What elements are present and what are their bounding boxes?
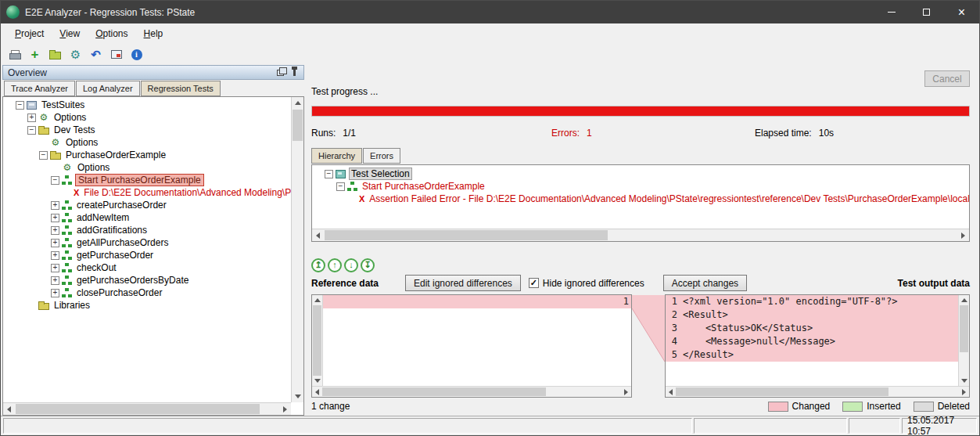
tab-errors[interactable]: Errors [363, 148, 400, 164]
tree-expander-icon[interactable] [51, 251, 59, 260]
scroll-thumb[interactable] [322, 387, 546, 396]
undo-button[interactable] [87, 45, 105, 63]
scroll-down-arrow[interactable] [959, 376, 969, 386]
scroll-up-arrow[interactable] [312, 295, 322, 305]
tree-expander-icon[interactable] [51, 289, 59, 297]
tree-item[interactable]: addGratifications [3, 224, 303, 236]
scroll-left-arrow[interactable] [312, 229, 324, 241]
errors-stat: Errors:1 [551, 128, 755, 139]
add-button[interactable] [26, 45, 44, 63]
scroll-left-arrow[interactable] [3, 403, 15, 415]
overview-panel: Overview Trace Analyzer Log Analyzer Reg… [2, 65, 304, 416]
tree-item[interactable]: addNewItem [3, 211, 303, 224]
horizontal-scrollbar[interactable] [312, 386, 631, 397]
tree-item[interactable]: checkOut [3, 261, 303, 274]
open-button[interactable] [46, 45, 64, 63]
horizontal-scrollbar[interactable] [3, 402, 291, 415]
horizontal-splitter[interactable] [308, 243, 978, 254]
tree-item[interactable]: getPurchaseOrder [3, 249, 303, 261]
vertical-scrollbar[interactable] [312, 295, 323, 386]
app-logo-icon[interactable] [6, 5, 20, 19]
last-difference-button[interactable] [361, 258, 375, 272]
tree-expander-icon[interactable] [16, 101, 24, 110]
tree-expander-icon[interactable] [27, 126, 36, 135]
scroll-thumb[interactable] [16, 404, 260, 414]
menu-view[interactable]: View [52, 25, 88, 42]
tree-item[interactable]: Test Selection [312, 168, 969, 180]
tab-log-analyzer[interactable]: Log Analyzer [76, 81, 140, 96]
tree-item[interactable]: Options [3, 136, 303, 149]
tree-item[interactable]: Libraries [3, 299, 303, 312]
menu-project[interactable]: Project [7, 25, 52, 42]
tree-item[interactable]: createPurchaseOrder [3, 199, 303, 211]
accept-changes-button[interactable]: Accept changes [663, 275, 747, 291]
scroll-thumb[interactable] [676, 387, 888, 396]
menu-options[interactable]: Options [88, 25, 135, 42]
tree-expander-icon[interactable] [325, 170, 333, 178]
title-bar[interactable]: E2E Analyzer - Regression Tests: PState … [1, 1, 979, 23]
scroll-thumb[interactable] [960, 305, 968, 352]
tree-expander-icon[interactable] [336, 182, 345, 191]
test-suite-tree: TestSuites Options Dev Tests [2, 96, 304, 416]
tree-item[interactable]: Start PurchaseOrderExample [3, 174, 303, 186]
cancel-button[interactable]: Cancel [924, 70, 970, 87]
tree-expander-icon[interactable] [51, 214, 59, 222]
scroll-right-arrow[interactable] [279, 403, 291, 415]
scroll-right-arrow[interactable] [957, 229, 969, 241]
print-button[interactable] [5, 45, 23, 63]
scroll-right-arrow[interactable] [621, 387, 631, 397]
scroll-thumb[interactable] [325, 230, 608, 240]
tree-expander-icon[interactable] [51, 226, 59, 235]
menu-help[interactable]: Help [136, 25, 171, 42]
scroll-left-arrow[interactable] [666, 387, 676, 397]
tree-item[interactable]: closePurchaseOrder [3, 286, 303, 299]
edit-ignored-differences-button[interactable]: Edit ignored differences [405, 275, 521, 291]
first-difference-button[interactable] [311, 258, 325, 272]
tree-expander-icon[interactable] [51, 276, 59, 285]
tree-item[interactable]: Options [3, 111, 303, 124]
scroll-down-arrow[interactable] [292, 391, 303, 402]
tree-item[interactable]: Options [3, 161, 303, 174]
scroll-up-arrow[interactable] [292, 97, 303, 109]
tree-item[interactable]: TestSuites [3, 99, 303, 111]
scroll-right-arrow[interactable] [959, 387, 969, 397]
tree-item[interactable]: Dev Tests [3, 124, 303, 136]
tree-item[interactable]: Start PurchaseOrderExample [312, 180, 969, 193]
vertical-scrollbar[interactable] [958, 295, 969, 386]
tree-item[interactable]: getPurchaseOrdersByDate [3, 274, 303, 286]
tree-expander-icon[interactable] [51, 239, 59, 247]
previous-difference-button[interactable] [328, 258, 342, 272]
tab-regression-tests[interactable]: Regression Tests [141, 81, 221, 96]
pin-icon[interactable] [293, 70, 296, 76]
report-button[interactable] [107, 45, 125, 63]
tree-expander-icon[interactable] [39, 151, 48, 160]
settings-button[interactable] [66, 45, 84, 63]
next-difference-button[interactable] [344, 258, 358, 272]
vertical-scrollbar[interactable] [291, 97, 303, 402]
minimize-button[interactable] [874, 1, 909, 23]
maximize-button[interactable] [909, 1, 944, 23]
close-button[interactable]: × [944, 1, 979, 23]
tree-item[interactable]: PurchaseOrderExample [3, 149, 303, 161]
hide-ignored-differences-checkbox[interactable]: Hide ignored differences [529, 278, 644, 289]
tree-item[interactable]: getAllPurchaseOrders [3, 236, 303, 249]
tab-hierarchy[interactable]: Hierarchy [311, 148, 362, 164]
scroll-down-arrow[interactable] [312, 376, 322, 386]
tree-expander-icon[interactable] [51, 201, 59, 210]
scroll-up-arrow[interactable] [959, 295, 969, 305]
horizontal-scrollbar[interactable] [666, 386, 969, 397]
scroll-thumb[interactable] [313, 305, 321, 376]
scroll-thumb[interactable] [293, 110, 303, 141]
float-window-icon[interactable] [277, 70, 284, 76]
window-controls: × [874, 1, 979, 23]
scroll-left-arrow[interactable] [312, 387, 322, 397]
tree-expander-icon[interactable] [27, 114, 36, 122]
horizontal-scrollbar[interactable] [312, 229, 969, 241]
tree-expander-icon[interactable] [51, 176, 59, 185]
tree-item[interactable]: Assertion Failed Error - File D:\E2E Doc… [312, 193, 969, 205]
checkbox-icon[interactable] [529, 278, 539, 288]
tree-expander-icon[interactable] [51, 264, 59, 272]
tree-item[interactable]: File D:\E2E Documentation\Advanced Model… [3, 186, 303, 199]
info-button[interactable] [127, 45, 145, 63]
tab-trace-analyzer[interactable]: Trace Analyzer [4, 81, 75, 96]
